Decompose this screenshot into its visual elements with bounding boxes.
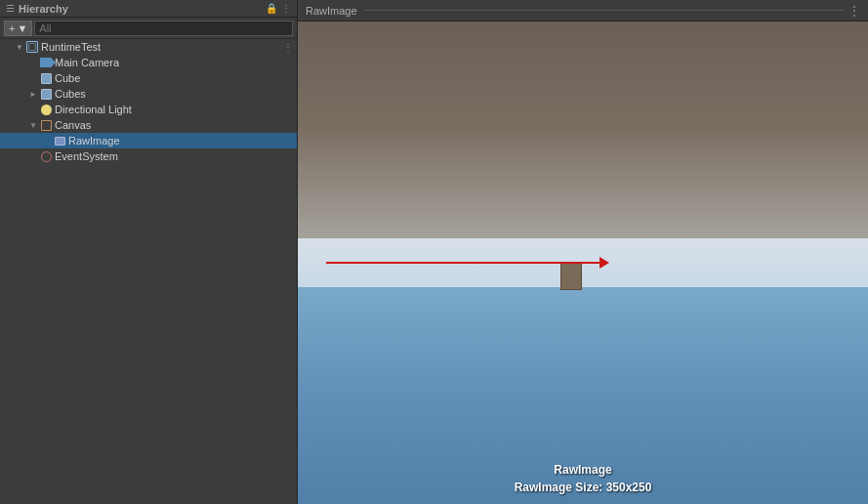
add-button[interactable]: + ▼ (4, 21, 32, 36)
tree-item-cubes[interactable]: Cubes (0, 86, 297, 102)
hierarchy-panel: ☰ Hierarchy 🔒 ⋮ + ▼ (0, 0, 298, 504)
rawimage-icon (53, 134, 66, 147)
right-panel-header: RawImage ⋮ (298, 0, 868, 21)
label-rawimage: RawImage (68, 135, 120, 147)
label-cube: Cube (55, 72, 80, 84)
label-canvas: Canvas (55, 119, 91, 131)
panel-menu-icon[interactable]: ⋮ (281, 3, 291, 14)
search-input[interactable] (34, 21, 293, 36)
expand-runtime-test[interactable] (14, 41, 25, 53)
scene-cube-object (560, 263, 582, 290)
header-separator (365, 10, 845, 11)
scene-background: RawImage RawImage Size: 350x250 (298, 21, 868, 504)
tree-item-canvas[interactable]: Canvas (0, 117, 297, 133)
ground (298, 287, 868, 504)
tree-item-main-camera[interactable]: Main Camera (0, 55, 297, 70)
gameobject-icon (25, 40, 39, 54)
tree-item-eventsystem[interactable]: EventSystem (0, 148, 297, 164)
panel-title: Hierarchy (19, 3, 68, 15)
scene-view: RawImage RawImage Size: 350x250 (298, 21, 868, 504)
lock-icon[interactable]: 🔒 (266, 3, 277, 14)
canvas-icon (39, 118, 53, 132)
label-runtime-test: RuntimeTest (41, 41, 101, 53)
hierarchy-toolbar: + ▼ (0, 18, 297, 39)
label-directional-light: Directional Light (55, 104, 132, 115)
rawimage-header-label: RawImage (306, 5, 357, 17)
cube-icon (39, 71, 53, 85)
expand-canvas[interactable] (27, 119, 39, 131)
runtime-test-menu[interactable]: ⋮ (283, 42, 297, 53)
expand-cubes[interactable] (27, 88, 39, 100)
right-panel: RawImage ⋮ RawImage (298, 0, 868, 504)
label-cubes: Cubes (55, 88, 86, 100)
tree-item-directional-light[interactable]: Directional Light (0, 102, 297, 117)
hierarchy-tree: RuntimeTest ⋮ Main Camera (0, 39, 297, 504)
right-panel-menu-icon[interactable]: ⋮ (848, 4, 860, 18)
eventsystem-icon (39, 149, 53, 163)
tree-item-runtime-test[interactable]: RuntimeTest ⋮ (0, 39, 297, 55)
header-icons-right: 🔒 ⋮ (266, 3, 291, 14)
tree-item-rawimage[interactable]: RawImage (0, 133, 297, 148)
light-icon (39, 103, 53, 116)
cubes-icon (39, 87, 53, 101)
panel-header-left: ☰ Hierarchy (6, 3, 68, 15)
hierarchy-icon: ☰ (6, 3, 15, 14)
label-eventsystem: EventSystem (55, 150, 118, 162)
panel-header: ☰ Hierarchy 🔒 ⋮ (0, 0, 297, 18)
label-main-camera: Main Camera (55, 57, 119, 68)
tree-item-cube[interactable]: Cube (0, 70, 297, 86)
camera-icon (39, 56, 53, 69)
